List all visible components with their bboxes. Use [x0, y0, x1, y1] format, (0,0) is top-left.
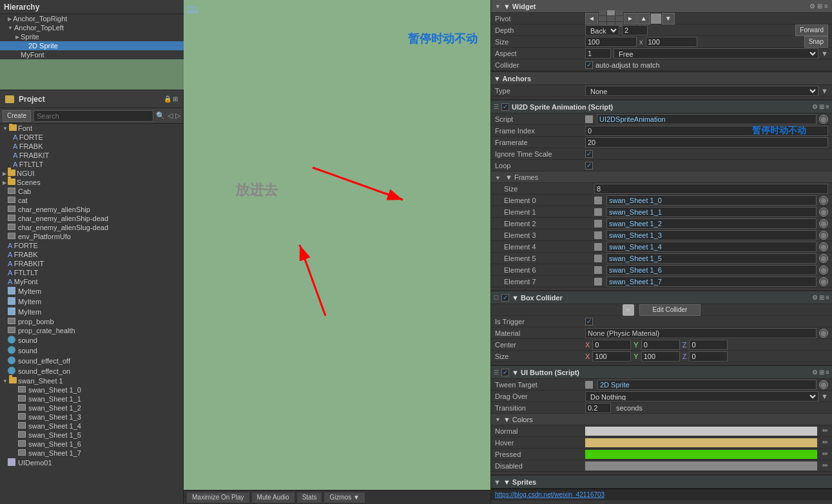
element-7-select-btn[interactable]: ◎ — [819, 277, 828, 286]
project-item-uidemo[interactable]: ▶ UIDemo01 — [0, 458, 183, 468]
drag-over-dropdown[interactable]: Do Nothing — [585, 391, 818, 402]
element-2-field[interactable]: swan_Sheet 1_2 — [606, 218, 817, 229]
menu-icon[interactable]: ≡ — [826, 294, 829, 301]
settings-icon[interactable]: ⚙ — [812, 369, 818, 376]
pivot-cell[interactable] — [615, 16, 623, 21]
normal-color-swatch[interactable] — [585, 427, 817, 436]
element-5-select-btn[interactable]: ◎ — [819, 254, 828, 263]
size-x-input[interactable] — [585, 37, 637, 47]
create-button[interactable]: Create — [3, 110, 31, 122]
project-item-sound1[interactable]: ▶ sound — [0, 335, 183, 345]
pivot-cell[interactable] — [615, 10, 623, 15]
project-item-swan0[interactable]: ▶ swan_Sheet 1_0 — [0, 385, 183, 394]
project-item-char2[interactable]: ▶ char_enemy_alienShip-dead — [0, 214, 183, 223]
tree-item-anchor-topleft[interactable]: ▼ Anchor_TopLeft — [0, 23, 184, 32]
anchors-type-dropdown[interactable]: None — [585, 86, 818, 96]
csize-z-input[interactable] — [689, 351, 728, 362]
is-trigger-checkbox[interactable]: ✓ — [585, 318, 593, 325]
element-1-select-btn[interactable]: ◎ — [819, 208, 828, 217]
gizmos-button[interactable]: Gizmos ▼ — [324, 492, 365, 503]
center-y-input[interactable] — [641, 340, 680, 350]
size-snap-btn[interactable]: Snap — [804, 36, 828, 48]
depth-back-dropdown[interactable]: Back — [585, 25, 619, 35]
expand-icon[interactable]: ⊞ — [819, 294, 824, 301]
project-item-forte2[interactable]: ▶ A FORTE — [0, 241, 183, 250]
sprite-anim-enable-checkbox[interactable]: ✓ — [501, 103, 509, 111]
element-4-select-btn[interactable]: ◎ — [819, 242, 828, 251]
disabled-edit-icon[interactable]: ✏ — [822, 461, 828, 470]
project-item-sound2[interactable]: ▶ sound — [0, 345, 183, 356]
project-item-ftltlt2[interactable]: ▶ A FTLTLT — [0, 268, 183, 277]
project-item-myitem2[interactable]: ▶ MyItem — [0, 296, 183, 307]
project-item-myfont-p[interactable]: ▶ A MyFont — [0, 277, 183, 286]
colors-header-row[interactable]: ▼ ▼ Colors — [491, 414, 832, 425]
element-0-field[interactable]: swan_Sheet 1_0 — [606, 195, 817, 206]
pivot-down-btn[interactable]: ▼ — [662, 13, 675, 24]
sprite-anim-header[interactable]: ☰ ✓ UI2D Sprite Animation (Script) ⚙ ⊞ ≡ — [491, 99, 832, 113]
pivot-left-btn[interactable]: ◄ — [585, 13, 598, 24]
expand-icon[interactable]: ⊞ — [819, 369, 824, 376]
project-item-frabkit2[interactable]: ▶ A FRABKIT — [0, 259, 183, 268]
layout-icon[interactable]: ⊞ — [173, 95, 178, 102]
csize-x-input[interactable] — [592, 351, 631, 362]
aspect-type-dropdown[interactable]: Free — [614, 48, 818, 59]
normal-edit-icon[interactable]: ✏ — [822, 427, 828, 435]
project-item-frabkit[interactable]: A FRABKIT — [0, 151, 183, 160]
project-item-myitem1[interactable]: ▶ MyItem — [0, 286, 183, 296]
tween-select-btn[interactable]: ◎ — [819, 380, 828, 389]
maximize-play-button[interactable]: Maximize On Play — [186, 492, 250, 503]
sprites-section-indicator[interactable]: ▼ ▼ Sprites — [491, 474, 832, 489]
center-x-input[interactable] — [592, 340, 631, 350]
project-item-swan2[interactable]: ▶ swan_Sheet 1_2 — [0, 403, 183, 412]
tree-item-2dsprite[interactable]: ▶ 2D Sprite — [0, 41, 184, 50]
tree-item-myfont[interactable]: ▶ MyFont — [0, 50, 184, 59]
transition-val-input[interactable] — [585, 403, 611, 413]
pressed-edit-icon[interactable]: ✏ — [822, 450, 828, 458]
project-item-char1[interactable]: ▶ char_enemy_alienShip — [0, 205, 183, 214]
element-3-field[interactable]: swan_Sheet 1_3 — [606, 230, 817, 240]
project-item-ngui[interactable]: ▶ NGUI — [0, 169, 183, 178]
status-link[interactable]: https://blog.csdn.net/weixin_42116703 — [495, 491, 605, 498]
project-item-sound-on[interactable]: ▶ sound_effect_on — [0, 366, 183, 376]
lock-icon[interactable]: 🔒 — [164, 95, 171, 102]
material-ref-field[interactable]: None (Physic Material) — [585, 328, 817, 338]
depth-forward-btn[interactable]: Forward — [795, 24, 828, 36]
project-tree[interactable]: ▼ Font A FORTE A FRABK A FRABKIT A FTLTL… — [0, 124, 183, 504]
stats-button[interactable]: Stats — [296, 492, 323, 503]
widget-expand-icon[interactable]: ⊞ — [817, 3, 822, 10]
framerate-input[interactable] — [585, 137, 828, 148]
project-item-prop-bomb[interactable]: ▶ prop_bomb — [0, 317, 183, 326]
project-item-ftltlt[interactable]: A FTLTLT — [0, 160, 183, 169]
center-z-input[interactable] — [689, 340, 728, 350]
tree-item-anchor-topright[interactable]: ▶ Anchor_TopRight — [0, 14, 184, 23]
ui-button-header[interactable]: ☰ ✓ ▼ UI Button (Script) ⚙ ⊞ ≡ — [491, 365, 832, 379]
ui-btn-enable-checkbox[interactable]: ✓ — [501, 369, 509, 376]
material-select-btn[interactable]: ◎ — [819, 329, 828, 338]
pivot-cell[interactable] — [599, 16, 606, 21]
project-search-input[interactable] — [34, 110, 153, 122]
pivot-center-indicator[interactable] — [651, 14, 661, 24]
settings-icon[interactable]: ⚙ — [812, 103, 818, 110]
project-item-font-folder[interactable]: ▼ Font — [0, 124, 183, 133]
project-item-swan-folder[interactable]: ▼ swan_Sheet 1 — [0, 376, 183, 385]
size-y-input[interactable] — [646, 37, 697, 47]
folder-nav-icon[interactable]: ◁ — [168, 111, 173, 120]
element-6-select-btn[interactable]: ◎ — [819, 266, 828, 275]
project-item-cat[interactable]: ▶ cat — [0, 196, 183, 205]
depth-num-input[interactable] — [622, 25, 648, 35]
widget-settings-icon[interactable]: ⚙ — [809, 3, 815, 10]
project-item-swan7[interactable]: ▶ swan_Sheet 1_7 — [0, 449, 183, 458]
frames-size-input[interactable] — [594, 184, 828, 194]
project-item-swan6[interactable]: ▶ swan_Sheet 1_6 — [0, 440, 183, 449]
project-item-swan4[interactable]: ▶ swan_Sheet 1_4 — [0, 422, 183, 431]
pivot-right-btn[interactable]: ► — [624, 13, 637, 24]
pivot-cell[interactable] — [607, 10, 615, 15]
project-item-forte[interactable]: A FORTE — [0, 133, 183, 142]
project-item-swan1[interactable]: ▶ swan_Sheet 1_1 — [0, 394, 183, 403]
project-item-scenes[interactable]: ▶ Scenes — [0, 178, 183, 187]
tree-item-sprite[interactable]: ▶ Sprite — [0, 32, 184, 41]
hierarchy-tree[interactable]: ▶ Anchor_TopRight ▼ Anchor_TopLeft ▶ Spr… — [0, 14, 184, 59]
element-6-field[interactable]: swan_Sheet 1_6 — [606, 265, 817, 275]
script-ref-field[interactable]: UI2DSpriteAnimation — [597, 114, 817, 124]
project-item-myitem3[interactable]: ▶ MyItem — [0, 307, 183, 317]
